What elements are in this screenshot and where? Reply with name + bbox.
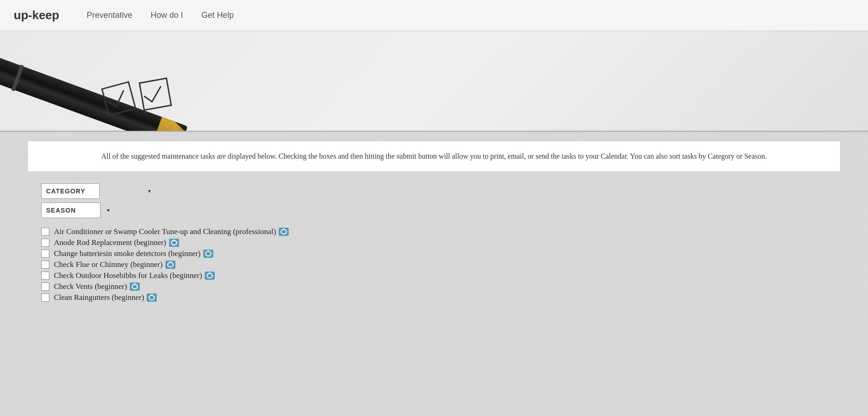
task-label[interactable]: Check Vents (beginner): [54, 282, 140, 291]
camera-icon[interactable]: [147, 293, 157, 302]
task-checkbox[interactable]: [41, 228, 49, 236]
season-select-arrow: ▾: [107, 207, 110, 213]
category-select-arrow: ▾: [148, 187, 151, 194]
camera-icon[interactable]: [279, 228, 289, 236]
navbar: up-keep Preventative How do I Get Help: [0, 0, 868, 31]
nav-links: Preventative How do I Get Help: [87, 11, 234, 20]
hero-image: [0, 31, 868, 132]
info-box: All of the suggested maintenance tasks a…: [27, 141, 841, 172]
svg-rect-6: [139, 78, 171, 110]
main-content: All of the suggested maintenance tasks a…: [0, 132, 868, 320]
task-list: Air Conditioner or Swamp Cooler Tune-up …: [41, 227, 841, 302]
season-select[interactable]: SEASON Spring Summer Fall Winter Year Ro…: [41, 203, 101, 218]
filter-area: CATEGORY Plumbing HVAC Electrical Exteri…: [41, 183, 841, 218]
task-label[interactable]: Change batteriesin smoke detetctors (beg…: [54, 249, 213, 258]
task-checkbox[interactable]: [41, 261, 49, 269]
check-drawings: [69, 71, 251, 126]
task-checkbox[interactable]: [41, 250, 49, 258]
task-item: Check Outdoor Hosebibbs for Leaks (begin…: [41, 271, 841, 280]
task-item: Check Flue or Chimney (beginner): [41, 260, 841, 269]
camera-icon[interactable]: [169, 239, 179, 247]
task-item: Air Conditioner or Swamp Cooler Tune-up …: [41, 227, 841, 236]
camera-icon[interactable]: [130, 283, 140, 291]
task-item: Check Vents (beginner): [41, 282, 841, 291]
site-logo[interactable]: up-keep: [14, 8, 59, 22]
task-item: Clean Raingutters (beginner): [41, 293, 841, 302]
task-checkbox[interactable]: [41, 293, 49, 302]
task-checkbox[interactable]: [41, 283, 49, 291]
task-label[interactable]: Check Flue or Chimney (beginner): [54, 260, 175, 269]
task-label[interactable]: Anode Rod Replacement (beginner): [54, 238, 179, 247]
task-checkbox[interactable]: [41, 239, 49, 247]
nav-link-how-do-i[interactable]: How do I: [151, 11, 183, 20]
task-item: Anode Rod Replacement (beginner): [41, 238, 841, 247]
camera-icon[interactable]: [203, 250, 213, 258]
camera-icon[interactable]: [205, 272, 215, 280]
nav-link-get-help[interactable]: Get Help: [201, 11, 234, 20]
task-item: Change batteriesin smoke detetctors (beg…: [41, 249, 841, 258]
task-label[interactable]: Clean Raingutters (beginner): [54, 293, 157, 302]
camera-icon[interactable]: [165, 261, 175, 269]
category-filter-wrapper: CATEGORY Plumbing HVAC Electrical Exteri…: [41, 183, 155, 199]
season-filter-wrapper: SEASON Spring Summer Fall Winter Year Ro…: [41, 203, 114, 218]
task-label[interactable]: Check Outdoor Hosebibbs for Leaks (begin…: [54, 271, 215, 280]
task-label[interactable]: Air Conditioner or Swamp Cooler Tune-up …: [54, 227, 289, 236]
category-select[interactable]: CATEGORY Plumbing HVAC Electrical Exteri…: [41, 183, 100, 199]
nav-link-preventative[interactable]: Preventative: [87, 11, 132, 20]
task-checkbox[interactable]: [41, 272, 49, 280]
info-text: All of the suggested maintenance tasks a…: [46, 150, 822, 162]
svg-rect-5: [102, 82, 135, 115]
